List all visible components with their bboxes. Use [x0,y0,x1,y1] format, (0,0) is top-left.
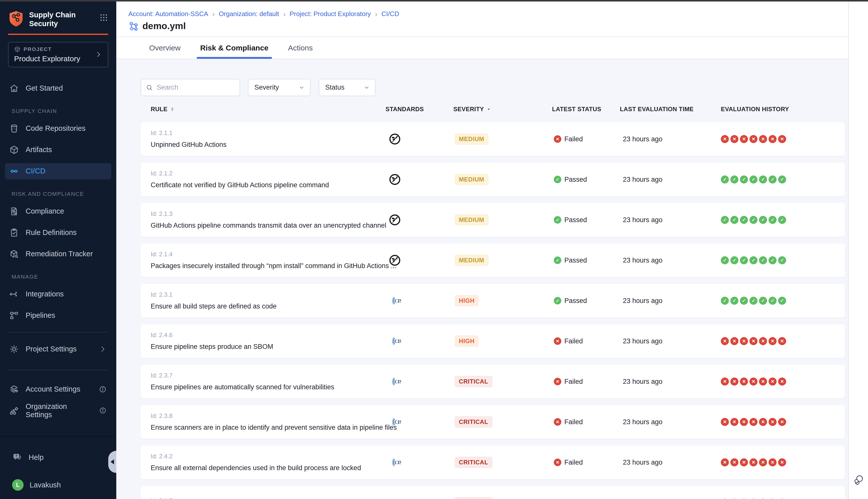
tab-overview[interactable]: Overview [146,37,184,59]
table-row[interactable]: Id: 2.4.2 Ensure all external dependenci… [141,446,845,479]
severity-badge: CRITICAL [455,497,493,499]
history-passed-icon: ✓ [759,175,767,183]
page-header: Account: Automation-SSCA›Organization: d… [116,1,868,37]
svg-text:CIS: CIS [395,339,401,344]
column-header-rule[interactable]: RULE [151,106,386,113]
breadcrumb-link[interactable]: CI/CD [382,10,399,18]
sidebar-item-project-settings[interactable]: Project Settings [5,341,111,357]
column-header-last-evaluation-time[interactable]: LAST EVALUATION TIME [615,106,721,113]
breadcrumb: Account: Automation-SSCA›Organization: d… [128,10,868,18]
rule-id: Id: 2.1.2 [151,170,386,177]
breadcrumb-link[interactable]: Organization: default [219,10,279,18]
cicd-infinity-icon [9,166,19,176]
history-failed-icon: ✕ [778,458,786,466]
evaluation-history-cell: ✕✕✕✕✕✕✕ [721,418,835,426]
history-passed-icon: ✓ [769,256,776,264]
sidebar-item-label: Remediation Tracker [26,250,93,258]
search-box[interactable] [141,79,240,96]
standards-cell: CIS [386,416,449,428]
evaluation-time-cell: 23 hours ago [615,459,721,466]
sidebar-item-label: Compliance [26,207,64,215]
column-header-label: LATEST STATUS [552,106,601,113]
severity-filter[interactable]: Severity [248,79,311,96]
sidebar-item-label: Get Started [26,84,63,93]
table-row[interactable]: Id: 2.1.4 Packages insecurely installed … [141,243,845,277]
rule-title: Certificate not verified by GitHub Actio… [151,181,386,189]
evaluation-history-cell: ✓✓✓✓✓✓✓ [721,175,835,183]
cis-standard-icon: CIS [388,375,401,388]
column-header-latest-status[interactable]: LATEST STATUS [547,106,615,113]
severity-cell: CRITICAL [449,457,547,468]
help-item[interactable]: ? Help [8,449,108,465]
sidebar-item-compliance[interactable]: Compliance [5,203,111,219]
history-passed-icon: ✓ [721,297,729,305]
history-failed-icon: ✕ [749,135,758,143]
history-passed-icon: ✓ [721,175,729,183]
sidebar-item-organization-settings[interactable]: Organization Settings [5,403,111,419]
history-failed-icon: ✕ [721,135,729,143]
tab-risk-compliance[interactable]: Risk & Compliance [197,37,272,59]
evaluation-time-cell: 23 hours ago [615,378,721,386]
status-passed-icon: ✓ [554,297,561,304]
sidebar: Supply Chain Security PROJECT Product Ex… [0,1,116,499]
table-row[interactable]: Id: 2.4.6 Ensure pipeline steps produce … [141,324,845,358]
status-label: Failed [564,418,583,426]
table-row[interactable]: Id: 2.1.3 GitHub Actions pipeline comman… [141,203,845,237]
tab-actions[interactable]: Actions [285,37,316,59]
sidebar-item-label: Organization Settings [26,402,93,419]
table-row[interactable]: Id: 2.3.1 Ensure all build steps are def… [141,284,845,317]
standards-cell: CIS [386,375,449,388]
table-row[interactable]: Id: 2.3.7 Ensure pipelines are automatic… [141,365,845,398]
table-row[interactable]: Id: 2.1.2 Certificate not verified by Gi… [141,163,845,196]
status-filter[interactable]: Status [319,79,375,96]
rule-title: Unpinned GitHub Actions [151,141,386,149]
evaluation-time-cell: 23 hours ago [615,135,721,143]
apps-grid-icon[interactable] [99,13,108,22]
sidebar-item-integrations[interactable]: Integrations [5,286,111,302]
history-failed-icon: ✕ [759,378,767,386]
standards-cell [386,214,449,226]
sidebar-item-pipelines[interactable]: Pipelines [5,307,111,324]
table-row[interactable]: Id: 2.1.1 Unpinned GitHub Actions MEDIUM… [141,122,845,156]
table-row[interactable]: Id: 3.1.7 CIS CRITICAL ✕ Failed 23 hours… [141,486,845,499]
cis-standard-icon: CIS [388,335,401,348]
status-failed-icon: ✕ [554,337,561,345]
history-passed-icon: ✓ [749,256,758,264]
sidebar-item-label: Pipelines [26,311,55,319]
sidebar-item-code-repositories[interactable]: </> Code Repositories [5,121,111,136]
tab-bar: OverviewRisk & ComplianceActions [116,37,868,59]
project-label: PROJECT [24,46,52,52]
pipeline-file-icon [128,21,139,32]
nav-section-heading: SUPPLY CHAIN [12,108,116,114]
standards-cell: CIS [386,456,449,468]
status-label: Passed [564,176,587,183]
column-header-evaluation-history[interactable]: EVALUATION HISTORY [721,106,835,113]
breadcrumb-link[interactable]: Account: Automation-SSCA [128,10,208,18]
breadcrumb-link[interactable]: Project: Product Exploratory [290,10,371,18]
chat-feedback-icon[interactable] [853,474,864,485]
rule-title: GitHub Actions pipeline commands transmi… [151,222,386,229]
table-row[interactable]: Id: 2.3.8 Ensure scanners are in place t… [141,405,845,439]
status-filter-label: Status [325,84,345,92]
column-header-severity[interactable]: SEVERITY [449,106,547,113]
severity-badge: MEDIUM [455,174,489,185]
evaluation-history-cell: ✕✕✕✕✕✕✕ [721,135,835,143]
sidebar-item-remediation-tracker[interactable]: Remediation Tracker [5,246,111,262]
sidebar-item-get-started[interactable]: Get Started [5,80,111,96]
chevron-down-icon [363,84,370,91]
sidebar-item-account-settings[interactable]: Account Settings [5,381,111,397]
history-failed-icon: ✕ [769,337,776,345]
cis-standard-icon: CIS [388,497,401,499]
status-cell: ✓ Passed [547,216,615,224]
sidebar-item-rule-definitions[interactable]: Rule Definitions [5,224,111,241]
project-selector[interactable]: PROJECT Product Exploratory [8,42,108,67]
column-header-standards[interactable]: STANDARDS [386,106,449,113]
search-input[interactable] [157,84,246,92]
sidebar-item-ci-cd[interactable]: CI/CD [5,163,111,179]
history-passed-icon: ✓ [759,297,767,305]
user-menu[interactable]: L Lavakush [8,477,108,493]
sidebar-item-artifacts[interactable]: Artifacts [5,142,111,158]
rule-title: Ensure pipelines are automatically scann… [151,383,386,391]
search-icon [146,84,153,92]
help-chat-icon: ? [12,452,22,462]
